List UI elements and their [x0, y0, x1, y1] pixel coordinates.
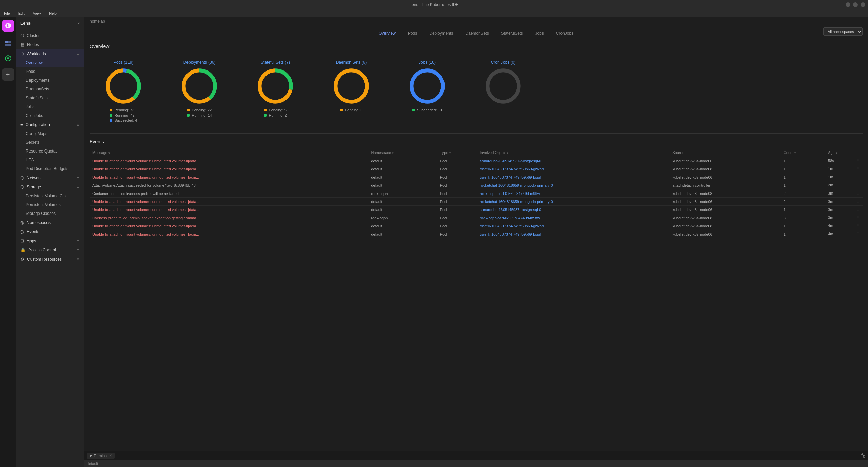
terminal-close-btn[interactable]: ✕: [109, 454, 112, 458]
sidebar-item-configmaps[interactable]: ConfigMaps: [16, 129, 84, 138]
minimize-button[interactable]: ─: [846, 2, 850, 7]
col-count[interactable]: Count ▾: [781, 148, 825, 157]
donut-5: [485, 67, 522, 105]
event-row-menu[interactable]: ⋮: [856, 183, 860, 187]
maximize-button[interactable]: □: [853, 2, 858, 7]
chart-card-2: Stateful Sets (7) Pending: 5 Running: 2: [241, 60, 309, 122]
event-involved-object[interactable]: traefik-1604807374-749ff59b69-bspjf: [477, 230, 670, 238]
col-age[interactable]: Age ▾: [825, 148, 863, 157]
table-row[interactable]: Unable to attach or mount volumes: unmou…: [90, 230, 863, 238]
terminal-add-btn[interactable]: +: [117, 453, 123, 459]
col-source[interactable]: Source: [670, 148, 781, 157]
menu-file[interactable]: File: [3, 11, 12, 16]
event-involved-object[interactable]: traefik-1604807374-749ff59b69-gwxcd: [477, 222, 670, 230]
table-row[interactable]: Unable to attach or mount volumes: unmou…: [90, 165, 863, 173]
tab-pods[interactable]: Pods: [402, 29, 422, 38]
event-involved-object[interactable]: rook-ceph-osd-0-569c84749d-m9ftw: [477, 189, 670, 198]
event-row-menu[interactable]: ⋮: [856, 159, 860, 163]
chart-title-5[interactable]: Cron Jobs (0): [491, 60, 516, 65]
event-involved-object[interactable]: rocketchat-1604818659-mongodb-primary-0: [477, 181, 670, 189]
menu-view[interactable]: View: [32, 11, 42, 16]
event-row-menu[interactable]: ⋮: [856, 175, 860, 179]
event-involved-object[interactable]: sonarqube-1605145937-postgresql-0: [477, 206, 670, 214]
expand-terminal-btn[interactable]: [861, 453, 865, 459]
menu-edit[interactable]: Edit: [17, 11, 26, 16]
sidebar-item-network[interactable]: ⬡ Network ▼: [16, 173, 84, 182]
window-controls[interactable]: ─ □ ✕: [846, 2, 865, 7]
event-row-menu[interactable]: ⋮: [856, 232, 860, 236]
sidebar-item-poddisruption[interactable]: Pod Disruption Budgets: [16, 164, 84, 173]
legend-item-0-2: Succeeded: 4: [110, 118, 137, 122]
sidebar-item-storage[interactable]: ⬡ Storage ▲: [16, 182, 84, 191]
col-namespace[interactable]: Namespace ▾: [368, 148, 437, 157]
event-row-menu[interactable]: ⋮: [856, 191, 860, 196]
event-row-menu[interactable]: ⋮: [856, 216, 860, 220]
sidebar-item-pvc[interactable]: Persistent Volume Clai...: [16, 191, 84, 200]
sidebar-item-configuration[interactable]: ≡ Configuration ▲: [16, 120, 84, 129]
chart-title-3[interactable]: Daemon Sets (6): [336, 60, 367, 65]
scroll-area[interactable]: Overview Pods (119) Pending: 73 Running:…: [84, 38, 868, 451]
sidebar-item-daemonsets[interactable]: DaemonSets: [16, 85, 84, 94]
close-button[interactable]: ✕: [861, 2, 865, 7]
col-involved-object[interactable]: Involved Object ▾: [477, 148, 670, 157]
sidebar-item-secrets[interactable]: Secrets: [16, 138, 84, 147]
sidebar-item-resourcequotas[interactable]: Resource Quotas: [16, 147, 84, 156]
sidebar-item-storageclasses[interactable]: Storage Classes: [16, 209, 84, 218]
tab-daemonsets[interactable]: DaemonSets: [460, 29, 494, 38]
event-involved-object[interactable]: sonarqube-1605145937-postgresql-0: [477, 157, 670, 165]
tab-overview[interactable]: Overview: [373, 29, 401, 38]
table-row[interactable]: Unable to attach or mount volumes: unmou…: [90, 198, 863, 206]
legend-label: Succeeded: 4: [114, 118, 137, 122]
tab-statefulsets[interactable]: StatefulSets: [496, 29, 529, 38]
events-section-title: Events: [90, 139, 863, 144]
sidebar-item-cronjobs[interactable]: CronJobs: [16, 111, 84, 120]
sidebar-item-apps[interactable]: ⊞ Apps ▼: [16, 236, 84, 245]
tab-deployments[interactable]: Deployments: [424, 29, 458, 38]
table-row[interactable]: Unable to attach or mount volumes: unmou…: [90, 157, 863, 165]
table-row[interactable]: Unable to attach or mount volumes: unmou…: [90, 222, 863, 230]
sidebar-item-hpa[interactable]: HPA: [16, 156, 84, 164]
sidebar-item-jobs[interactable]: Jobs: [16, 102, 84, 111]
sidebar-item-workloads[interactable]: ⊙ Workloads ▲: [16, 49, 84, 58]
sidebar-item-namespaces[interactable]: ◎ Namespaces: [16, 218, 84, 227]
sidebar-item-pv[interactable]: Persistent Volumes: [16, 200, 84, 209]
sidebar-item-statefulsets[interactable]: StatefulSets: [16, 94, 84, 102]
tab-cronjobs[interactable]: CronJobs: [551, 29, 579, 38]
add-cluster-button[interactable]: +: [2, 68, 14, 81]
event-row-menu[interactable]: ⋮: [856, 199, 860, 204]
table-row[interactable]: Container osd failed liveness probe, wil…: [90, 189, 863, 198]
sidebar-item-deployments[interactable]: Deployments: [16, 76, 84, 85]
chart-title-0[interactable]: Pods (119): [114, 60, 134, 65]
col-message[interactable]: Message ▾: [90, 148, 368, 157]
event-involved-object[interactable]: rocketchat-1604818659-mongodb-primary-0: [477, 198, 670, 206]
event-row-menu[interactable]: ⋮: [856, 207, 860, 212]
cluster-icon-btn[interactable]: [2, 37, 14, 49]
event-row-menu[interactable]: ⋮: [856, 224, 860, 228]
tab-jobs[interactable]: Jobs: [530, 29, 549, 38]
sidebar-item-pods[interactable]: Pods: [16, 67, 84, 76]
menu-help[interactable]: Help: [47, 11, 58, 16]
second-cluster-icon-btn[interactable]: [2, 52, 14, 64]
sidebar-item-cluster[interactable]: ⬡ Cluster: [16, 31, 84, 40]
chart-title-1[interactable]: Deployments (36): [183, 60, 216, 65]
event-involved-object[interactable]: rook-ceph-osd-0-569c84749d-m9ftw: [477, 214, 670, 222]
table-row[interactable]: Unable to attach or mount volumes: unmou…: [90, 173, 863, 181]
sidebar-item-nodes[interactable]: ▦ Nodes: [16, 40, 84, 49]
event-row-menu[interactable]: ⋮: [856, 167, 860, 171]
table-row[interactable]: AttachVolume.Attach succeeded for volume…: [90, 181, 863, 189]
table-row[interactable]: Liveness probe failed: admin_socket: exc…: [90, 214, 863, 222]
event-involved-object[interactable]: traefik-1604807374-749ff59b69-bspjf: [477, 173, 670, 181]
namespace-select[interactable]: All namespaces default kube-system rook-…: [823, 27, 863, 36]
sidebar-item-overview[interactable]: Overview: [16, 58, 84, 67]
chart-title-4[interactable]: Jobs (10): [419, 60, 436, 65]
chart-title-2[interactable]: Stateful Sets (7): [261, 60, 290, 65]
lens-icon-btn[interactable]: L: [2, 20, 14, 32]
event-involved-object[interactable]: traefik-1604807374-749ff59b69-gwxcd: [477, 165, 670, 173]
col-type[interactable]: Type ▾: [437, 148, 477, 157]
sidebar-item-accesscontrol[interactable]: 🔒 Access Control ▼: [16, 245, 84, 255]
sidebar-item-events[interactable]: ◷ Events: [16, 227, 84, 236]
sidebar-item-customresources[interactable]: ⚙ Custom Resources ▼: [16, 255, 84, 264]
table-row[interactable]: Unable to attach or mount volumes: unmou…: [90, 206, 863, 214]
sidebar-collapse-btn[interactable]: ‹: [78, 20, 80, 26]
terminal-tab[interactable]: ▶ Terminal ✕: [87, 453, 115, 459]
